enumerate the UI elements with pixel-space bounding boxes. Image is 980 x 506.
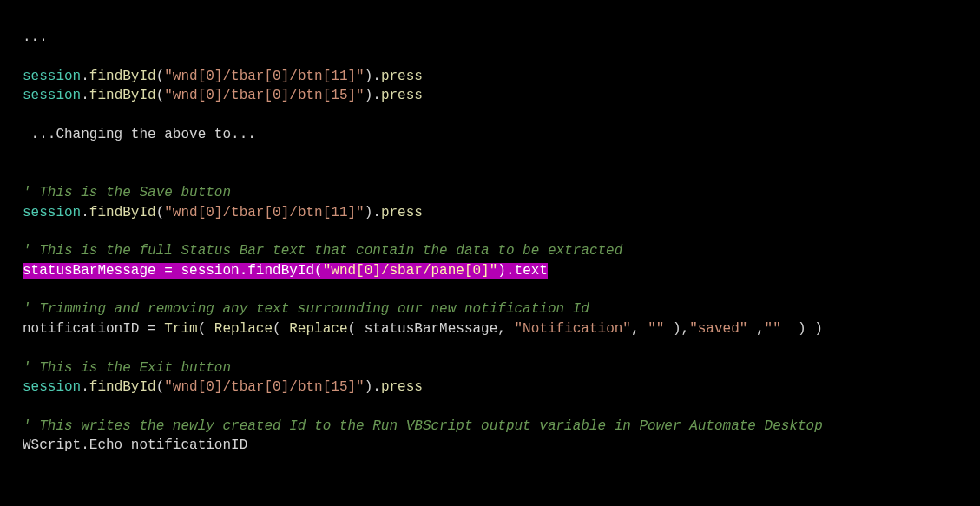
token-comment: ' This is the full Status Bar text that … (23, 243, 622, 259)
token-punc: , (747, 321, 764, 337)
token-punc: ). (365, 88, 381, 103)
token-punc: . (81, 88, 89, 103)
token-object: session (23, 88, 81, 103)
token-punc: . (81, 205, 89, 220)
token-punc: . (81, 379, 89, 395)
token-string: "wnd[0]/sbar/pane[0]" (323, 263, 498, 279)
token-punc: ). (365, 379, 381, 395)
token-punc: ), (664, 321, 689, 337)
code-line: ' This is the full Status Bar text that … (23, 241, 957, 260)
token-punc: ( (273, 321, 289, 337)
token-string: "saved" (689, 321, 747, 337)
token-string: "wnd[0]/tbar[0]/btn[11]" (164, 69, 364, 84)
token-method: press (381, 205, 423, 220)
token-identifier: statusBarMessage = (23, 263, 181, 279)
token-punc: ). (365, 205, 381, 220)
code-line-highlighted: statusBarMessage = session.findById("wnd… (23, 261, 957, 280)
code-line: ...Changing the above to... (23, 125, 957, 144)
blank-line (23, 106, 957, 125)
blank-line (23, 280, 957, 299)
token-identifier: notificationID = (23, 321, 164, 337)
token-object: session (23, 205, 81, 220)
token-object: session (181, 263, 239, 279)
code-line: notificationID = Trim( Replace( Replace(… (23, 319, 957, 338)
selection-highlight: statusBarMessage = session.findById("wnd… (23, 263, 548, 279)
code-line: ' This writes the newly created Id to th… (23, 417, 957, 436)
token-object: session (23, 379, 81, 395)
token-func: Replace (289, 321, 347, 337)
token-punc: , (631, 321, 648, 337)
code-editor[interactable]: ... session.findById("wnd[0]/tbar[0]/btn… (23, 28, 957, 456)
token-punc: . (81, 69, 89, 84)
token-func: Trim (164, 321, 197, 337)
token-string: "Notification" (515, 321, 631, 337)
code-line: ' Trimming and removing any text surroun… (23, 299, 957, 319)
token-method: findById (247, 263, 314, 279)
blank-line (23, 144, 957, 163)
code-line: session.findById("wnd[0]/tbar[0]/btn[11]… (23, 203, 957, 222)
token-method: findById (89, 69, 156, 84)
code-line: session.findById("wnd[0]/tbar[0]/btn[15]… (23, 86, 957, 105)
blank-line (23, 222, 957, 241)
token-comment: ' This is the Save button (23, 185, 231, 200)
token-punc: ( (156, 379, 165, 395)
token-comment: ' This writes the newly created Id to th… (23, 418, 823, 434)
token-comment: ' Trimming and removing any text surroun… (23, 301, 589, 317)
token-punc: ) ) (781, 321, 823, 337)
token-method: press (381, 69, 423, 84)
token-method: press (381, 379, 423, 395)
token-statement: WScript.Echo notificationID (23, 437, 247, 453)
token-punc: ( (156, 69, 165, 84)
code-line: ' This is the Exit button (23, 358, 957, 378)
token-string: "wnd[0]/tbar[0]/btn[15]" (164, 88, 364, 103)
token-string: "wnd[0]/tbar[0]/btn[11]" (164, 205, 364, 220)
blank-line (23, 164, 957, 183)
token-string: "" (648, 321, 664, 337)
blank-line (23, 47, 957, 66)
token-method: findById (89, 205, 156, 220)
code-line: WScript.Echo notificationID (23, 436, 957, 455)
token-method: findById (89, 379, 156, 395)
token-punc: ). (365, 69, 381, 84)
code-line: session.findById("wnd[0]/tbar[0]/btn[11]… (23, 67, 957, 86)
token-punc: . (240, 263, 248, 279)
token-property: text (515, 263, 548, 279)
token-string: "wnd[0]/tbar[0]/btn[15]" (164, 379, 364, 395)
ellipsis: ... (23, 30, 48, 45)
blank-line (23, 397, 957, 416)
token-object: session (23, 69, 81, 84)
token-method: findById (89, 88, 156, 103)
code-line: ... (23, 28, 957, 47)
token-punc: ( (314, 263, 323, 279)
token-func: Replace (214, 321, 273, 337)
token-punc: ). (497, 263, 514, 279)
text-note: ...Changing the above to... (23, 127, 256, 142)
token-string: "" (765, 321, 781, 337)
token-method: press (381, 88, 423, 103)
blank-line (23, 338, 957, 358)
token-args: ( statusBarMessage, (347, 321, 514, 337)
code-line: ' This is the Save button (23, 183, 957, 202)
code-line: session.findById("wnd[0]/tbar[0]/btn[15]… (23, 378, 957, 397)
token-comment: ' This is the Exit button (23, 360, 231, 376)
token-punc: ( (156, 205, 165, 220)
token-punc: ( (198, 321, 214, 337)
token-punc: ( (156, 88, 165, 103)
